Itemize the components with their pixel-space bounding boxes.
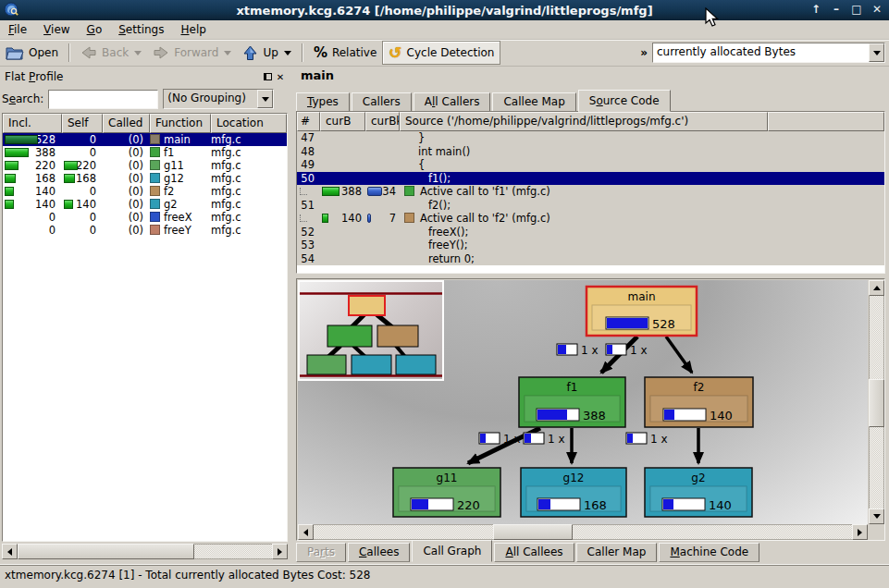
column-header-location[interactable]: Location <box>211 114 287 133</box>
source-call-row[interactable]: 38834Active call to 'f1' (mfg.c) <box>297 185 884 199</box>
table-row-f2[interactable]: 1400(0)f2mfg.c <box>3 185 287 198</box>
table-row-g2[interactable]: 140140(0)g2mfg.c <box>3 198 287 211</box>
maximize-button[interactable]: □ <box>848 1 865 18</box>
source-line-52[interactable]: 52 freeX(); <box>297 226 884 239</box>
tab-callee-map[interactable]: Callee Map <box>492 92 575 112</box>
scroll-down-button[interactable] <box>869 508 884 524</box>
scroll-up-button[interactable] <box>869 280 884 296</box>
relative-button[interactable]: % Relative <box>308 41 382 65</box>
graph-node-g12[interactable]: g12168 <box>521 468 626 517</box>
combobox-dropdown-button[interactable] <box>869 43 884 62</box>
dock-close-button[interactable]: ✕ <box>274 71 287 83</box>
toolbar-overflow-chevron[interactable]: » <box>636 46 652 59</box>
node-cost-value: 220 <box>457 498 480 512</box>
curb-cell <box>320 199 365 213</box>
tab-call-graph[interactable]: Call Graph <box>412 540 492 562</box>
menu-view[interactable]: View <box>35 21 78 38</box>
call-text-cell: Active call to 'f2' (mfg.c) <box>400 212 884 226</box>
tab-machine-code[interactable]: Machine Code <box>659 543 759 562</box>
dock-float-button[interactable] <box>261 71 274 83</box>
tab-caller-map[interactable]: Caller Map <box>576 543 658 562</box>
minimize-button[interactable]: – <box>828 1 845 18</box>
graph-overview[interactable] <box>298 280 444 381</box>
source-line-51[interactable]: 51 f2(); <box>297 199 884 213</box>
menu-go[interactable]: Go <box>79 21 111 38</box>
scroll-left-button[interactable] <box>2 544 18 559</box>
self-cell: 0 <box>62 224 103 237</box>
event-type-combobox[interactable]: currently allocated Bytes <box>652 43 885 63</box>
menu-file[interactable]: File <box>0 21 35 38</box>
source-line-50[interactable]: 50 f1(); <box>297 172 884 186</box>
graph-hscrollbar[interactable] <box>298 524 868 540</box>
up-button[interactable]: Up <box>237 41 296 65</box>
grouping-combobox[interactable]: (No Grouping) <box>163 89 274 109</box>
graph-node-f2[interactable]: f2140 <box>645 377 753 427</box>
float-icon <box>264 73 272 80</box>
scroll-right-button[interactable] <box>272 544 288 559</box>
column-header-curb[interactable]: curB <box>320 112 365 131</box>
combobox-dropdown-button[interactable] <box>257 90 273 108</box>
back-button[interactable]: Back <box>75 41 147 65</box>
node-label: f1 <box>567 381 578 394</box>
menu-help[interactable]: Help <box>172 21 214 38</box>
graph-node-f1[interactable]: f1388 <box>519 377 625 427</box>
column-header-self[interactable]: Self <box>62 114 103 133</box>
call-graph-canvas[interactable]: 1 x1 x1 x1 x1 x main528f1388f2140g11220g… <box>298 280 868 524</box>
source-line-49[interactable]: 49{ <box>297 158 884 172</box>
tab-callers[interactable]: Callers <box>352 92 412 112</box>
graph-node-g11[interactable]: g11220 <box>393 468 500 517</box>
column-header-function[interactable]: Function <box>150 114 211 133</box>
function-cell: g11 <box>150 159 211 172</box>
source-line-54[interactable]: 54 return 0; <box>297 252 884 266</box>
table-row-main[interactable]: 5280(0)mainmfg.c <box>3 133 287 146</box>
source-line-53[interactable]: 53 freeY(); <box>297 239 884 252</box>
dock-titlebar[interactable]: Flat Profile ✕ <box>2 68 290 85</box>
table-row-g11[interactable]: 220220(0)g11mfg.c <box>3 159 287 172</box>
edge-call-count: 1 x <box>630 344 648 357</box>
line-number-cell: 51 <box>297 199 320 213</box>
scrollbar-thumb[interactable] <box>18 544 194 559</box>
scrollbar-thumb[interactable] <box>869 379 884 427</box>
back-icon <box>80 45 97 60</box>
arrow-right-icon <box>278 548 282 556</box>
open-button[interactable]: Open <box>0 41 64 65</box>
graph-node-main[interactable]: main528 <box>586 287 697 336</box>
menu-settings[interactable]: Settings <box>110 21 172 38</box>
flat-profile-header: Incl. Self Called Function Location <box>3 114 287 133</box>
tab-source-code[interactable]: Source Code <box>578 90 671 112</box>
scrollbar-thumb[interactable] <box>493 524 573 540</box>
table-row-g12[interactable]: 168168(0)g12mfg.c <box>3 172 287 185</box>
search-input[interactable] <box>48 90 158 109</box>
column-header-curbk[interactable]: curBk <box>365 112 400 131</box>
column-header-line[interactable]: # <box>297 112 320 131</box>
tab-all-callers[interactable]: All Callers <box>414 92 491 112</box>
curb-cell <box>320 158 365 172</box>
tab-types[interactable]: Types <box>296 92 350 112</box>
source-line-47[interactable]: 47} <box>297 131 884 145</box>
table-row-freeY[interactable]: 00(0)freeYmfg.c <box>3 224 287 237</box>
node-cost-value: 140 <box>709 498 732 512</box>
curb-cell <box>320 131 365 145</box>
incl-cell: 388 <box>3 146 62 159</box>
titlebar[interactable]: xtmemory.kcg.6274 [/home/philippe/valgri… <box>0 0 889 20</box>
tab-all-callees[interactable]: All Callees <box>494 543 574 562</box>
tab-callees[interactable]: Callees <box>348 543 410 562</box>
graph-vscrollbar[interactable] <box>869 280 884 524</box>
table-row-freeX[interactable]: 00(0)freeXmfg.c <box>3 211 287 224</box>
cycle-detection-button[interactable]: ↺ Cycle Detection <box>382 41 500 65</box>
source-call-row[interactable]: 1407Active call to 'f2' (mfg.c) <box>297 212 884 226</box>
column-header-source[interactable]: Source ('/home/philippe/valgrind/littlep… <box>400 112 768 131</box>
graph-node-g2[interactable]: g2140 <box>645 468 752 517</box>
incl-cell: 220 <box>3 159 62 172</box>
flat-profile-hscrollbar[interactable] <box>2 544 288 559</box>
source-line-48[interactable]: 48int main() <box>297 145 884 159</box>
shade-button[interactable]: ↑ <box>808 1 824 18</box>
scroll-right-button[interactable] <box>852 524 868 540</box>
close-button[interactable]: ✕ <box>869 1 885 18</box>
column-header-called[interactable]: Called <box>103 114 150 133</box>
table-row-f1[interactable]: 3880(0)f1mfg.c <box>3 146 287 159</box>
scroll-left-button[interactable] <box>298 524 314 540</box>
column-header-incl[interactable]: Incl. <box>3 114 62 133</box>
function-cell: freeY <box>150 224 211 237</box>
forward-button[interactable]: Forward <box>147 41 237 65</box>
